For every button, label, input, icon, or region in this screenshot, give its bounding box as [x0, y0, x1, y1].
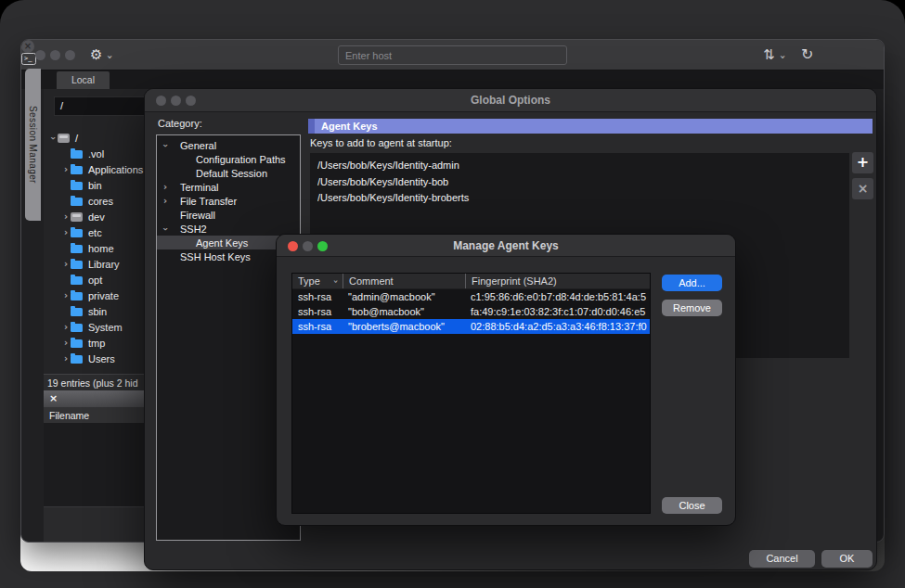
- folder-icon: [71, 353, 84, 364]
- filter-bar: ×: [44, 390, 149, 407]
- chevron-right-icon[interactable]: ›: [163, 197, 167, 206]
- tree-item[interactable]: ›Users: [44, 351, 149, 366]
- chevron-right-icon[interactable]: ›: [61, 354, 71, 364]
- window-zoom-button[interactable]: [65, 50, 75, 60]
- dialog-zoom-button[interactable]: [186, 96, 196, 106]
- chevron-right-icon[interactable]: ›: [61, 165, 71, 174]
- tree-item[interactable]: ›Library: [44, 256, 149, 272]
- category-item[interactable]: ›Terminal: [157, 180, 300, 194]
- ok-button[interactable]: OK: [821, 550, 873, 568]
- path-input[interactable]: /: [54, 96, 149, 116]
- manage-zoom-button[interactable]: [317, 241, 328, 251]
- chevron-right-icon[interactable]: ›: [61, 323, 71, 332]
- manage-minimize-button[interactable]: [303, 241, 313, 251]
- chevron-right-icon[interactable]: ›: [61, 260, 71, 269]
- remove-key-button[interactable]: ×: [852, 178, 873, 199]
- folder-icon: [71, 164, 84, 174]
- category-item[interactable]: Firewall: [157, 208, 300, 222]
- table-row[interactable]: ssh-rsa"admin@macbook"c1:95:86:d6:e0:b7:…: [292, 289, 650, 304]
- key-path-item[interactable]: /Users/bob/Keys/Identity-broberts: [317, 190, 849, 207]
- folder-icon: [71, 275, 84, 285]
- : [71, 182, 83, 190]
- category-item[interactable]: ›SSH2: [157, 222, 300, 236]
- filter-close-icon[interactable]: ×: [49, 392, 58, 405]
- tree-item[interactable]: ›/: [44, 130, 149, 146]
- sort-dropdown-chevron-icon[interactable]: ›: [778, 55, 788, 59]
- chevron-right-icon[interactable]: ›: [61, 339, 71, 348]
- manage-agent-keys-dialog: Manage Agent Keys Type › Comment Fingerp…: [276, 234, 736, 526]
- disconnect-icon: ×: [21, 40, 34, 53]
- folder-icon: [71, 259, 84, 269]
- cell-comment: "admin@macbook": [343, 291, 465, 302]
- terminal-icon[interactable]: >_: [21, 53, 36, 65]
- category-item[interactable]: ›File Transfer: [157, 194, 300, 208]
- close-button[interactable]: Close: [662, 497, 722, 514]
- manage-close-button[interactable]: [288, 241, 298, 251]
- column-header-fingerprint[interactable]: Fingerprint (SHA2): [465, 274, 650, 288]
- category-item-label: Configuration Paths: [196, 154, 286, 165]
- column-header-type[interactable]: Type ›: [292, 274, 343, 288]
- dialog-close-button[interactable]: [156, 96, 166, 106]
- category-label: Category:: [158, 118, 202, 129]
- category-item[interactable]: ›General: [157, 138, 300, 152]
- tree-item[interactable]: home: [44, 240, 149, 256]
- file-tree: ›/.vol›Applicationsbincores›dev›etchome›…: [44, 130, 149, 371]
- global-options-title: Global Options: [145, 89, 876, 112]
- enter-host-input[interactable]: [338, 45, 567, 65]
- add-key-button[interactable]: +: [852, 152, 873, 173]
- filename-column-header[interactable]: Filename: [44, 407, 149, 424]
- tree-item[interactable]: sbin: [44, 303, 149, 319]
- tree-item[interactable]: ›etc: [44, 224, 149, 240]
- chevron-down-icon[interactable]: ›: [161, 226, 170, 230]
- chevron-right-icon[interactable]: ›: [61, 291, 71, 300]
- cell-comment: "bob@macbook": [343, 306, 465, 317]
- category-item[interactable]: Default Session: [157, 166, 300, 180]
- tree-item[interactable]: ›System: [44, 319, 149, 335]
- chevron-down-icon[interactable]: ›: [48, 134, 58, 143]
- : [71, 292, 83, 300]
- : [71, 212, 83, 222]
- category-item-label: SSH2: [180, 224, 207, 235]
- type-sort-chevron-icon[interactable]: ›: [332, 279, 341, 283]
- category-item-label: General: [180, 140, 216, 151]
- app-toolbar: ⚙ › ⇅ › ↻ × >_: [21, 40, 884, 70]
- sort-icon[interactable]: ⇅: [763, 46, 775, 63]
- cell-comment: "broberts@macbook": [343, 321, 465, 332]
- column-header-comment[interactable]: Comment: [343, 274, 465, 288]
- tab-local[interactable]: Local: [57, 71, 110, 89]
- key-path-item[interactable]: /Users/bob/Keys/Identity-admin: [317, 158, 849, 174]
- category-item[interactable]: Configuration Paths: [157, 152, 300, 166]
- tree-item[interactable]: ›Applications: [44, 161, 149, 177]
- tree-item[interactable]: ›tmp: [44, 335, 149, 351]
- table-row[interactable]: ssh-rsa"broberts@macbook"02:88:b5:d4:a2:…: [292, 319, 650, 334]
- gear-icon[interactable]: ⚙: [90, 46, 102, 63]
- chevron-right-icon[interactable]: ›: [163, 183, 167, 192]
- category-item-label: Agent Keys: [196, 237, 248, 249]
- window-close-button[interactable]: [35, 50, 45, 60]
- tree-item[interactable]: ›private: [44, 288, 149, 303]
- refresh-icon[interactable]: ↻: [801, 46, 813, 63]
- cell-type: ssh-rsa: [292, 321, 343, 332]
- tree-item[interactable]: opt: [44, 272, 149, 288]
- chevron-right-icon[interactable]: ›: [61, 212, 71, 222]
- tree-item[interactable]: cores: [44, 193, 149, 209]
- : [71, 324, 83, 332]
- cell-fingerprint: c1:95:86:d6:e0:b7:d8:4d:de:b5:81:4a:5: [465, 291, 650, 302]
- : [71, 166, 83, 174]
- cancel-button[interactable]: Cancel: [749, 550, 815, 568]
- remove-button[interactable]: Remove: [662, 300, 722, 316]
- chevron-right-icon[interactable]: ›: [61, 228, 71, 237]
- keys-startup-label: Keys to add to agent at startup:: [310, 137, 452, 148]
- tree-item[interactable]: ›dev: [44, 209, 149, 224]
- key-path-item[interactable]: /Users/bob/Keys/Identity-bob: [317, 174, 849, 191]
- tree-item[interactable]: .vol: [44, 146, 149, 161]
- window-minimize-button[interactable]: [50, 50, 60, 60]
- add-button[interactable]: Add...: [662, 275, 722, 291]
- chevron-down-icon[interactable]: ›: [161, 143, 170, 147]
- gear-dropdown-chevron-icon[interactable]: ›: [105, 55, 115, 59]
- session-manager-tab[interactable]: Session Manager: [25, 69, 41, 221]
- cell-type: ssh-rsa: [292, 291, 343, 302]
- dialog-minimize-button[interactable]: [171, 96, 181, 106]
- table-row[interactable]: ssh-rsa"bob@macbook"fa:49:c9:1e:03:82:3f…: [292, 304, 650, 319]
- tree-item[interactable]: bin: [44, 177, 149, 193]
